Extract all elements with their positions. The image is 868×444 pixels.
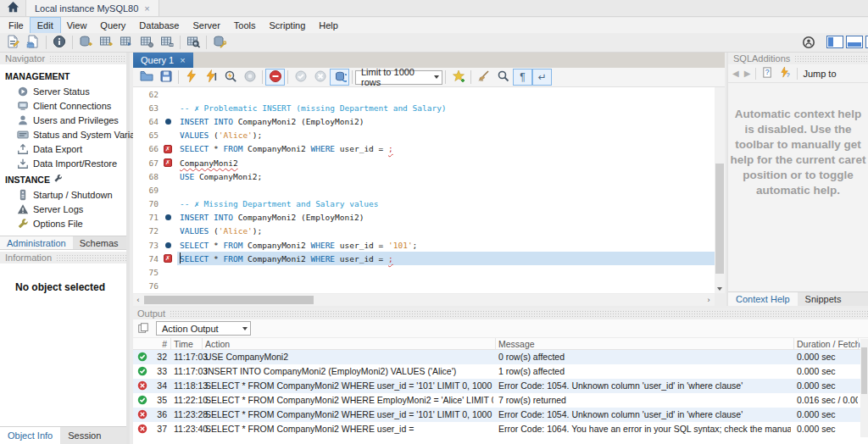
- sidebar-item-status-and-system-variables[interactable]: Status and System Variables: [0, 127, 126, 142]
- search-data-button[interactable]: [183, 34, 203, 52]
- column-header-duration-fetch[interactable]: Duration / Fetch: [797, 339, 860, 349]
- scrollbar-thumb[interactable]: [715, 164, 724, 274]
- code-line-76[interactable]: 76: [133, 280, 715, 293]
- tab-snippets[interactable]: Snippets: [798, 292, 849, 306]
- sql-code-editor[interactable]: 6263-- ✗ Problematic INSERT (missing Dep…: [133, 87, 715, 293]
- sidebar-item-data-import-restore[interactable]: Data Import/Restore: [0, 156, 126, 170]
- tab-schemas[interactable]: Schemas: [73, 236, 125, 249]
- sidebar-item-startup-shutdown[interactable]: Startup / Shutdown: [0, 187, 126, 202]
- wrap-button[interactable]: ↵: [532, 69, 552, 86]
- tab-administration[interactable]: Administration: [0, 236, 73, 249]
- explain-button[interactable]: [220, 69, 240, 86]
- scroll-left-icon[interactable]: ‹: [133, 296, 143, 304]
- tab-query-1[interactable]: Query 1 ×: [133, 53, 193, 68]
- create-procedure-button[interactable]: [136, 34, 157, 52]
- toggle-left-panel-icon[interactable]: [826, 36, 843, 48]
- tab-session[interactable]: Session: [60, 427, 108, 444]
- output-row-36[interactable]: 3611:23:28SELECT * FROM CompanyMoni2 WHE…: [133, 408, 868, 422]
- beautify-button[interactable]: [474, 69, 493, 86]
- autocommit-button[interactable]: [330, 69, 349, 86]
- column-header-[interactable]: #: [145, 339, 167, 349]
- column-header-time[interactable]: Time: [174, 339, 193, 349]
- code-line-75[interactable]: 75: [133, 265, 715, 279]
- menu-edit[interactable]: Edit: [31, 18, 60, 33]
- toggle-bottom-panel-icon[interactable]: [846, 36, 863, 48]
- output-row-37[interactable]: 3711:23:40SELECT * FROM CompanyMoni2 WHE…: [133, 422, 868, 436]
- code-line-70[interactable]: 70-- ✗ Missing Department and Salary val…: [133, 197, 715, 211]
- inspector-button[interactable]: [49, 34, 70, 52]
- forward-arrow-icon[interactable]: ▶: [744, 69, 751, 78]
- create-schema-button[interactable]: [75, 34, 96, 52]
- create-function-button[interactable]: [157, 34, 177, 52]
- menu-view[interactable]: View: [60, 18, 94, 33]
- code-line-72[interactable]: 72VALUES ('Alice');: [133, 225, 715, 238]
- output-row-32[interactable]: 3211:17:03USE CompanyMoni20 row(s) affec…: [133, 350, 868, 364]
- sidebar-item-server-logs[interactable]: Server Logs: [0, 202, 126, 216]
- editor-vertical-scrollbar[interactable]: [715, 87, 725, 293]
- connection-tab[interactable]: Local instance MySQL80 ×: [25, 0, 159, 16]
- sidebar-item-server-status[interactable]: Server Status: [0, 84, 126, 98]
- sidebar-item-data-export[interactable]: Data Export: [0, 142, 126, 156]
- menu-file[interactable]: File: [2, 18, 31, 33]
- home-button[interactable]: [0, 0, 25, 16]
- account-icon[interactable]: [802, 36, 815, 49]
- code-line-66[interactable]: 66✗SELECT * FROM CompanyMoni2 WHERE user…: [133, 142, 715, 156]
- menu-server[interactable]: Server: [186, 18, 226, 33]
- auto-context-help-icon[interactable]: ?: [779, 66, 792, 80]
- reconnect-button[interactable]: [209, 34, 230, 52]
- stop-button[interactable]: [240, 69, 259, 86]
- create-table-button[interactable]: [96, 34, 116, 52]
- code-line-67[interactable]: 67✗CompanyMoni2: [133, 156, 715, 169]
- query-tab-close-icon[interactable]: ×: [180, 55, 185, 65]
- new-sql-tab-button[interactable]: [3, 34, 23, 52]
- commit-button[interactable]: [291, 69, 310, 86]
- sidebar-item-client-connections[interactable]: Client Connections: [0, 98, 126, 113]
- jump-to-label[interactable]: Jump to: [803, 69, 836, 79]
- code-line-69[interactable]: 69: [133, 183, 715, 197]
- save-button[interactable]: [156, 69, 175, 86]
- code-line-71[interactable]: 71INSERT INTO CompanyMoni2 (EmployMoni2): [133, 211, 715, 225]
- scroll-down-icon[interactable]: [717, 287, 722, 291]
- tab-context-help[interactable]: Context Help: [728, 292, 798, 306]
- stop-on-error-button[interactable]: [265, 69, 285, 86]
- sidebar-item-options-file[interactable]: Options File: [0, 216, 126, 230]
- scroll-right-icon[interactable]: ›: [704, 296, 714, 304]
- column-header-action[interactable]: Action: [205, 339, 230, 349]
- row-limit-selector[interactable]: Limit to 1000 rows: [355, 70, 442, 85]
- sidebar-item-users-and-privileges[interactable]: Users and Privileges: [0, 113, 126, 127]
- invisibles-button[interactable]: ¶: [513, 69, 532, 86]
- code-line-64[interactable]: 64INSERT INTO CompanyMoni2 (EmployMoni2): [133, 114, 715, 128]
- menu-tools[interactable]: Tools: [227, 18, 263, 33]
- code-line-68[interactable]: 68USE CompanyMoni2;: [133, 169, 715, 183]
- output-view-selector[interactable]: Action Output: [156, 321, 251, 336]
- create-view-button[interactable]: [116, 34, 136, 52]
- output-row-34[interactable]: 3411:18:13SELECT * FROM CompanyMoni2 WHE…: [133, 379, 868, 393]
- output-row-33[interactable]: 3311:17:03INSERT INTO CompanyMoni2 (Empl…: [133, 364, 868, 379]
- execute-caret-button[interactable]: [201, 69, 220, 86]
- output-view-icon[interactable]: [137, 322, 149, 336]
- code-line-73[interactable]: 73SELECT * FROM CompanyMoni2 WHERE user_…: [133, 238, 715, 252]
- menu-database[interactable]: Database: [132, 18, 186, 33]
- execute-button[interactable]: [181, 69, 201, 86]
- open-sql-file-button[interactable]: [23, 34, 43, 52]
- editor-horizontal-scrollbar[interactable]: ‹›: [133, 294, 715, 306]
- find-button[interactable]: [493, 69, 513, 86]
- code-line-63[interactable]: 63-- ✗ Problematic INSERT (missing Depar…: [133, 101, 715, 114]
- output-vertical-scrollbar[interactable]: [860, 339, 868, 437]
- rollback-button[interactable]: [310, 69, 330, 86]
- manual-context-help-icon[interactable]: ?: [761, 66, 774, 80]
- scrollbar-thumb[interactable]: [144, 296, 314, 304]
- tab-object-info[interactable]: Object Info: [0, 427, 60, 444]
- open-file-button[interactable]: [136, 69, 156, 86]
- new-snippet-button[interactable]: [448, 69, 468, 86]
- connection-tab-close-icon[interactable]: ×: [144, 3, 149, 14]
- back-arrow-icon[interactable]: ◀: [732, 69, 739, 78]
- code-line-65[interactable]: 65VALUES ('Alice');: [133, 129, 715, 142]
- code-line-74[interactable]: 74✗SELECT * FROM CompanyMoni2 WHERE user…: [133, 252, 715, 265]
- code-line-62[interactable]: 62: [133, 87, 715, 101]
- output-row-35[interactable]: 3511:22:10SELECT * FROM CompanyMoni2 WHE…: [133, 393, 868, 408]
- menu-query[interactable]: Query: [93, 18, 132, 33]
- column-header-message[interactable]: Message: [498, 339, 535, 349]
- menu-help[interactable]: Help: [312, 18, 345, 33]
- menu-scripting[interactable]: Scripting: [263, 18, 313, 33]
